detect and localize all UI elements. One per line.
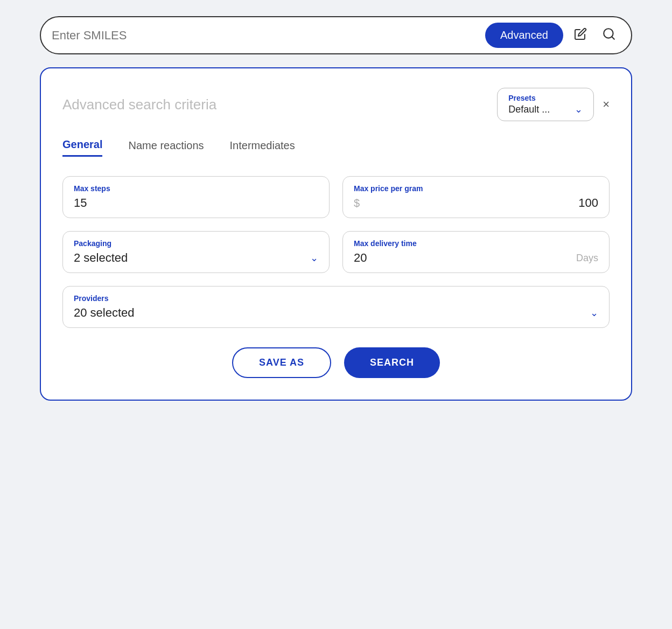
advanced-panel: Advanced search criteria Presets Default… — [40, 67, 632, 401]
max-price-field[interactable]: Max price per gram $ 100 — [342, 176, 610, 218]
price-value: 100 — [578, 196, 598, 210]
advanced-button[interactable]: Advanced — [485, 23, 563, 48]
max-price-label: Max price per gram — [354, 184, 598, 193]
fields-row-3: Providers 20 selected ⌄ — [62, 286, 610, 328]
save-as-button[interactable]: SAVE AS — [232, 347, 331, 378]
providers-value-row: 20 selected ⌄ — [74, 306, 598, 320]
app-container: Advanced Advanced search criteria Preset… — [40, 16, 632, 401]
providers-value: 20 selected — [74, 306, 135, 320]
panel-header: Advanced search criteria Presets Default… — [62, 88, 610, 121]
max-steps-value: 15 — [74, 196, 318, 210]
tab-intermediates[interactable]: Intermediates — [230, 138, 295, 157]
fields-row-1: Max steps 15 Max price per gram $ 100 — [62, 176, 610, 218]
smiles-input[interactable] — [52, 29, 479, 43]
search-icon[interactable] — [598, 25, 620, 46]
max-delivery-value-row: 20 Days — [354, 251, 598, 265]
max-steps-field[interactable]: Max steps 15 — [62, 176, 330, 218]
presets-group: Presets Default ... ⌄ × — [497, 88, 610, 121]
presets-dropdown[interactable]: Presets Default ... ⌄ — [497, 88, 594, 121]
svg-line-1 — [612, 37, 614, 39]
max-price-value-row: $ 100 — [354, 196, 598, 210]
packaging-field[interactable]: Packaging 2 selected ⌄ — [62, 231, 330, 273]
delivery-unit: Days — [576, 253, 598, 264]
search-bar: Advanced — [40, 16, 632, 54]
tabs: General Name reactions Intermediates — [62, 138, 610, 157]
max-delivery-label: Max delivery time — [354, 239, 598, 248]
providers-label: Providers — [74, 294, 598, 303]
panel-title: Advanced search criteria — [62, 96, 216, 113]
price-currency: $ — [354, 197, 360, 209]
tab-general[interactable]: General — [62, 138, 102, 157]
packaging-chevron-icon: ⌄ — [310, 252, 318, 264]
presets-chevron-icon: ⌄ — [575, 103, 583, 115]
packaging-label: Packaging — [74, 239, 318, 248]
search-button[interactable]: SEARCH — [344, 347, 440, 378]
providers-field[interactable]: Providers 20 selected ⌄ — [62, 286, 610, 328]
actions: SAVE AS SEARCH — [62, 347, 610, 378]
tab-name-reactions[interactable]: Name reactions — [128, 138, 204, 157]
fields-row-2: Packaging 2 selected ⌄ Max delivery time… — [62, 231, 610, 273]
packaging-value: 2 selected — [74, 251, 128, 265]
close-button[interactable]: × — [603, 97, 610, 111]
presets-value-row: Default ... ⌄ — [508, 103, 583, 115]
packaging-value-row: 2 selected ⌄ — [74, 251, 318, 265]
presets-label: Presets — [508, 94, 583, 102]
edit-icon[interactable] — [570, 25, 591, 46]
max-delivery-field[interactable]: Max delivery time 20 Days — [342, 231, 610, 273]
presets-value: Default ... — [508, 104, 550, 115]
delivery-value: 20 — [354, 251, 367, 265]
providers-chevron-icon: ⌄ — [590, 307, 598, 319]
max-steps-label: Max steps — [74, 184, 318, 193]
